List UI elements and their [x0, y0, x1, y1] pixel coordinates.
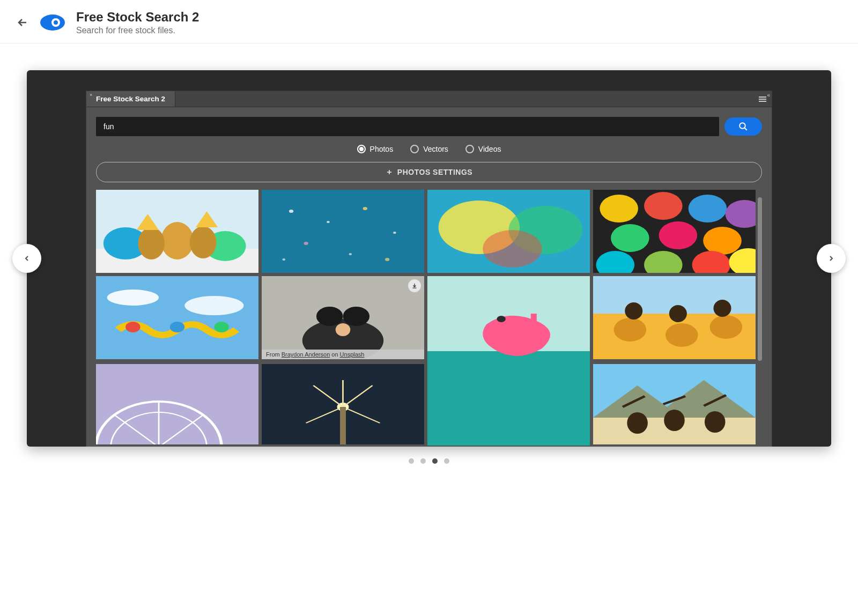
radio-label: Vectors — [423, 145, 448, 153]
svg-point-81 — [705, 411, 726, 433]
result-thumb[interactable] — [593, 276, 756, 359]
svg-point-28 — [644, 192, 683, 220]
svg-point-48 — [336, 323, 351, 336]
result-thumb[interactable] — [262, 364, 424, 444]
settings-label: PHOTOS SETTINGS — [397, 168, 472, 176]
svg-rect-76 — [340, 407, 346, 444]
back-arrow[interactable] — [16, 16, 29, 29]
result-thumb[interactable] — [593, 190, 756, 273]
svg-point-14 — [289, 210, 293, 213]
svg-point-32 — [659, 221, 698, 249]
page-subtitle: Search for free stock files. — [76, 26, 199, 35]
radio-photos[interactable]: Photos — [357, 145, 394, 153]
svg-point-79 — [627, 412, 648, 434]
svg-point-27 — [600, 195, 638, 222]
photos-settings-button[interactable]: PHOTOS SETTINGS — [96, 162, 762, 182]
app-logo-icon — [40, 10, 65, 35]
svg-point-18 — [304, 242, 308, 245]
attribution-source[interactable]: Unsplash — [340, 351, 365, 358]
svg-point-46 — [316, 307, 343, 326]
svg-point-80 — [664, 410, 685, 431]
svg-point-57 — [710, 315, 743, 339]
panel-tab[interactable]: Free Stock Search 2 — [86, 91, 175, 107]
result-thumb[interactable] — [593, 364, 756, 444]
svg-point-42 — [170, 322, 185, 332]
svg-point-20 — [385, 258, 389, 261]
search-button[interactable] — [724, 117, 762, 136]
svg-rect-38 — [96, 276, 258, 359]
svg-point-59 — [669, 305, 687, 322]
screenshot-frame: × « Free Stock Search 2 Photos Vectors V… — [27, 70, 831, 447]
svg-point-9 — [138, 227, 165, 259]
carousel-dot[interactable] — [409, 458, 414, 464]
svg-point-17 — [393, 232, 396, 234]
radio-label: Videos — [478, 145, 501, 153]
svg-rect-13 — [262, 190, 424, 273]
radio-videos[interactable]: Videos — [465, 145, 501, 153]
svg-point-21 — [283, 258, 286, 261]
panel-menu-icon[interactable] — [759, 97, 766, 102]
svg-point-3 — [739, 123, 745, 129]
svg-point-60 — [713, 300, 731, 317]
svg-point-8 — [161, 222, 194, 259]
result-thumb[interactable] — [262, 190, 424, 273]
svg-point-25 — [483, 230, 542, 268]
result-thumb[interactable] — [427, 190, 590, 273]
svg-point-55 — [614, 318, 647, 342]
svg-point-40 — [184, 296, 243, 315]
carousel-prev-button[interactable] — [12, 244, 41, 273]
svg-point-19 — [349, 253, 352, 255]
svg-point-29 — [689, 195, 727, 222]
svg-point-43 — [214, 322, 229, 332]
result-thumb[interactable] — [96, 190, 258, 273]
svg-point-15 — [327, 221, 330, 223]
page-title: Free Stock Search 2 — [76, 10, 199, 25]
attribution-author[interactable]: Braydon Anderson — [282, 351, 330, 358]
svg-point-58 — [625, 302, 642, 320]
result-thumb[interactable]: From Braydon Anderson on Unsplash — [262, 276, 424, 359]
attribution-bar: From Braydon Anderson on Unsplash — [262, 350, 424, 359]
result-thumb[interactable] — [96, 276, 258, 359]
svg-point-33 — [703, 227, 742, 255]
carousel-dot[interactable] — [420, 458, 426, 464]
download-icon[interactable] — [408, 279, 421, 292]
panel-close-icon[interactable]: × — [90, 92, 92, 98]
svg-point-51 — [497, 316, 506, 322]
results-scrollbar[interactable] — [758, 197, 762, 447]
carousel-dot[interactable] — [444, 458, 449, 464]
radio-label: Photos — [370, 145, 394, 153]
carousel-next-button[interactable] — [817, 244, 846, 273]
svg-point-41 — [125, 322, 140, 332]
result-thumb[interactable] — [96, 364, 258, 444]
svg-point-10 — [190, 226, 217, 258]
svg-point-39 — [107, 290, 159, 306]
panel-collapse-icon[interactable]: « — [767, 92, 768, 98]
svg-point-47 — [343, 307, 370, 326]
carousel-dot[interactable] — [432, 458, 438, 464]
svg-rect-52 — [531, 314, 537, 323]
svg-point-2 — [54, 20, 58, 25]
svg-rect-50 — [427, 351, 590, 446]
result-thumb[interactable] — [427, 276, 590, 446]
radio-vectors[interactable]: Vectors — [410, 145, 448, 153]
carousel-dots — [0, 458, 858, 464]
svg-point-31 — [611, 224, 649, 252]
svg-point-56 — [665, 323, 698, 347]
svg-point-16 — [363, 207, 367, 210]
search-input[interactable] — [96, 117, 719, 136]
